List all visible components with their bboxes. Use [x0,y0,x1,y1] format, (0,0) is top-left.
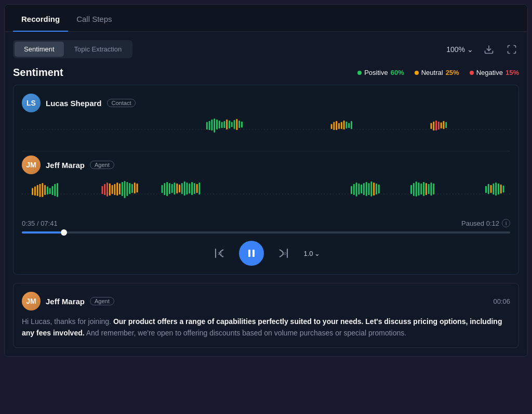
download-icon[interactable] [482,42,496,57]
svg-rect-38 [42,183,43,197]
negative-label: Negative [476,69,503,76]
svg-rect-82 [366,182,367,196]
svg-rect-43 [54,184,56,196]
svg-rect-55 [126,182,128,196]
tabs-bar: Recording Call Steps [5,5,527,32]
svg-rect-30 [441,123,442,129]
svg-rect-67 [179,185,180,192]
svg-rect-48 [109,184,111,196]
svg-text:10: 10 [282,252,286,255]
pause-button[interactable] [239,241,264,266]
tab-call-steps[interactable]: Call Steps [68,7,120,32]
svg-rect-7 [219,121,220,128]
positive-dot [357,71,362,75]
svg-rect-80 [361,185,362,193]
svg-rect-102 [495,183,497,196]
svg-rect-21 [341,122,342,129]
speed-button[interactable]: 1.0 ⌄ [303,250,320,257]
svg-rect-22 [343,121,345,130]
svg-rect-26 [431,123,432,130]
svg-rect-35 [34,187,36,196]
svg-rect-53 [122,182,123,196]
svg-rect-94 [425,183,427,195]
svg-rect-36 [37,185,38,196]
svg-rect-57 [131,184,133,193]
speaker-badge-lucas: Contact [107,99,136,107]
progress-thumb[interactable] [61,229,67,236]
svg-rect-52 [119,184,121,195]
svg-rect-46 [104,184,105,195]
tab-recording[interactable]: Recording [13,7,68,32]
transcript-plain: Hi Lucas, thanks for joining. [22,317,113,326]
svg-rect-89 [413,183,415,196]
expand-icon[interactable] [504,42,519,57]
transcript-speaker-badge: Agent [90,297,114,305]
svg-rect-56 [129,183,130,194]
neutral-dot [415,71,419,75]
paused-label: Paused 0:12 i [461,219,510,227]
svg-rect-79 [358,184,360,195]
svg-rect-87 [378,185,380,193]
sentiment-title: Sentiment [13,67,63,79]
svg-rect-20 [338,123,340,130]
svg-rect-95 [428,184,430,194]
svg-rect-90 [416,182,417,197]
svg-rect-31 [443,121,445,129]
svg-rect-13 [234,120,235,129]
svg-rect-28 [435,121,437,131]
svg-rect-84 [370,182,372,197]
skip-back-button[interactable]: 10 [212,246,227,261]
info-icon[interactable]: i [502,219,510,227]
sentiment-toggle-btn[interactable]: Sentiment [15,42,64,57]
speaker-divider [22,151,510,151]
svg-rect-39 [44,185,46,195]
svg-rect-70 [187,183,188,195]
svg-rect-104 [500,185,502,193]
svg-rect-78 [356,183,357,197]
neutral-label: Neutral [421,69,443,76]
zoom-select[interactable]: 100% ⌄ [446,45,473,54]
svg-rect-101 [493,184,494,195]
svg-rect-86 [376,184,377,195]
svg-rect-60 [162,185,163,193]
svg-rect-11 [229,121,230,128]
waveform-jeff [22,178,510,212]
svg-rect-81 [363,183,365,195]
svg-rect-85 [373,183,375,196]
transcript-avatar: JM [22,292,41,310]
svg-rect-23 [345,122,347,128]
svg-rect-19 [336,121,337,130]
svg-rect-58 [134,183,136,193]
svg-rect-37 [39,184,41,197]
svg-rect-6 [216,120,218,130]
svg-rect-61 [164,183,165,195]
svg-rect-63 [169,183,170,194]
svg-rect-68 [181,183,183,194]
svg-rect-71 [189,184,190,193]
speaker-info-lucas: LS Lucas Shepard Contact [22,94,510,112]
svg-rect-91 [418,183,420,196]
svg-rect-76 [351,186,352,194]
transcript-timestamp: 00:06 [493,297,510,305]
positive-pct: 60% [391,69,404,76]
time-display: 0:35 / 07:41 [22,219,58,227]
svg-rect-83 [368,183,370,195]
svg-text:10: 10 [218,252,222,255]
svg-rect-54 [124,181,126,198]
svg-rect-29 [438,122,440,130]
legend-neutral: Neutral 25% [415,69,459,76]
svg-rect-16 [241,122,243,128]
progress-bar[interactable] [22,231,510,234]
svg-rect-50 [114,184,115,195]
app-container: Recording Call Steps Sentiment Topic Ext… [4,4,528,357]
svg-rect-42 [52,186,54,195]
svg-rect-12 [231,122,233,127]
positive-label: Positive [364,69,388,76]
svg-rect-9 [223,121,225,128]
transcript-speaker-left: JM Jeff Marap Agent [22,292,114,310]
topic-toggle-btn[interactable]: Topic Extraction [65,42,131,57]
svg-rect-2 [206,122,208,130]
skip-forward-button[interactable]: 10 [276,246,291,261]
svg-rect-97 [433,184,434,195]
svg-rect-24 [348,123,350,128]
